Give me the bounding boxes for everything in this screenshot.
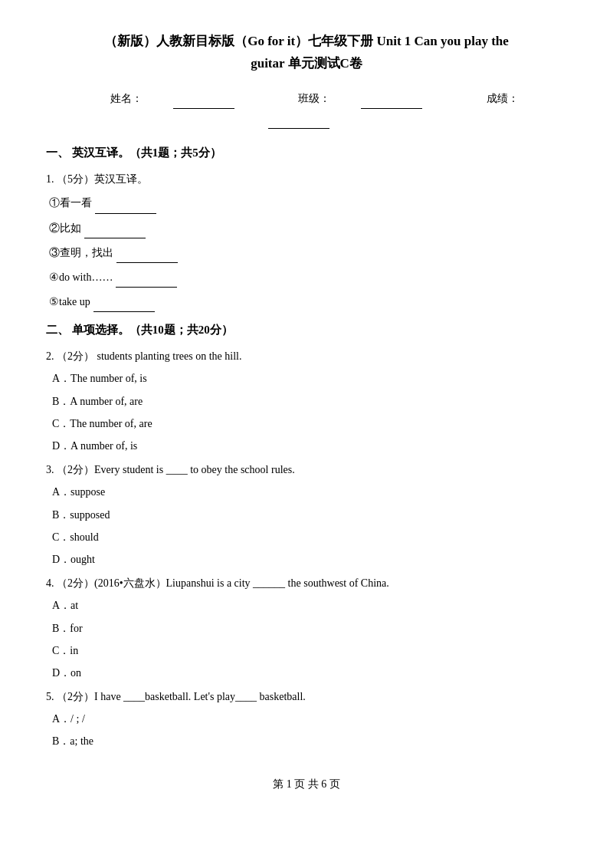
q5-option-b: B．a; the xyxy=(46,732,567,751)
q1-item-5: ⑤take up xyxy=(46,292,567,312)
class-blank xyxy=(361,89,422,109)
q3-option-c: C．should xyxy=(46,528,567,547)
q4-option-d: D．on xyxy=(46,663,567,682)
q2-option-a: A．The number of, is xyxy=(46,369,567,388)
q3-option-a: A．suppose xyxy=(46,482,567,501)
q3-option-d: D．ought xyxy=(46,550,567,569)
question-1: 1. （5分）英汉互译。 ①看一看 ②比如 ③查明，找出 ④do with…… … xyxy=(46,169,567,312)
q2-number: 2. xyxy=(46,350,54,362)
q4-text: （2分）(2016•六盘水）Liupanshui is a city _____… xyxy=(57,577,389,589)
q2-option-d: D．A number of, is xyxy=(46,436,567,455)
q1-intro: 1. （5分）英汉互译。 xyxy=(46,169,567,189)
q5-option-a: A．/ ; / xyxy=(46,709,567,728)
question-2: 2. （2分） students planting trees on the h… xyxy=(46,347,567,455)
q1-item-3: ③查明，找出 xyxy=(46,243,567,263)
q2-text: （2分） students planting trees on the hill… xyxy=(57,350,241,362)
q4-option-c: C．in xyxy=(46,641,567,660)
q2-intro: 2. （2分） students planting trees on the h… xyxy=(46,347,567,366)
q1-item-4: ④do with…… xyxy=(46,268,567,288)
page-title-line2: guitar 单元测试C卷 xyxy=(46,53,567,75)
q4-option-a: A．at xyxy=(46,596,567,615)
q3-text: （2分）Every student is ____ to obey the sc… xyxy=(57,464,295,475)
question-3: 3. （2分）Every student is ____ to obey the… xyxy=(46,460,567,569)
q2-option-c: C．The number of, are xyxy=(46,414,567,433)
title-block: （新版）人教新目标版（Go for it）七年级下册 Unit 1 Can yo… xyxy=(46,31,567,75)
name-label: 姓名： xyxy=(95,93,253,104)
q2-option-b: B．A number of, are xyxy=(46,392,567,411)
score-blank xyxy=(268,109,329,129)
page-footer: 第 1 页 共 6 页 xyxy=(46,774,567,794)
footer-text: 第 1 页 共 6 页 xyxy=(273,778,340,790)
section1-title: 一、 英汉互译。（共1题；共5分） xyxy=(46,143,567,163)
class-label: 班级： xyxy=(283,93,441,104)
q4-number: 4. xyxy=(46,577,54,589)
page-title-line1: （新版）人教新目标版（Go for it）七年级下册 Unit 1 Can yo… xyxy=(46,31,567,53)
q5-intro: 5. （2分）I have ____basketball. Let's play… xyxy=(46,687,567,706)
q4-option-b: B．for xyxy=(46,619,567,638)
info-row: 姓名： 班级： 成绩： xyxy=(46,89,567,129)
section2-title: 二、 单项选择。（共10题；共20分） xyxy=(46,320,567,340)
q4-intro: 4. （2分）(2016•六盘水）Liupanshui is a city __… xyxy=(46,574,567,593)
q5-text: （2分）I have ____basketball. Let's play___… xyxy=(57,691,306,702)
question-4: 4. （2分）(2016•六盘水）Liupanshui is a city __… xyxy=(46,574,567,682)
question-5: 5. （2分）I have ____basketball. Let's play… xyxy=(46,687,567,751)
q5-number: 5. xyxy=(46,691,54,702)
q1-item-1: ①看一看 xyxy=(46,193,567,213)
q3-intro: 3. （2分）Every student is ____ to obey the… xyxy=(46,460,567,479)
q3-option-b: B．supposed xyxy=(46,505,567,524)
q3-number: 3. xyxy=(46,464,54,475)
q1-item-2: ②比如 xyxy=(46,219,567,238)
name-blank xyxy=(173,89,234,109)
